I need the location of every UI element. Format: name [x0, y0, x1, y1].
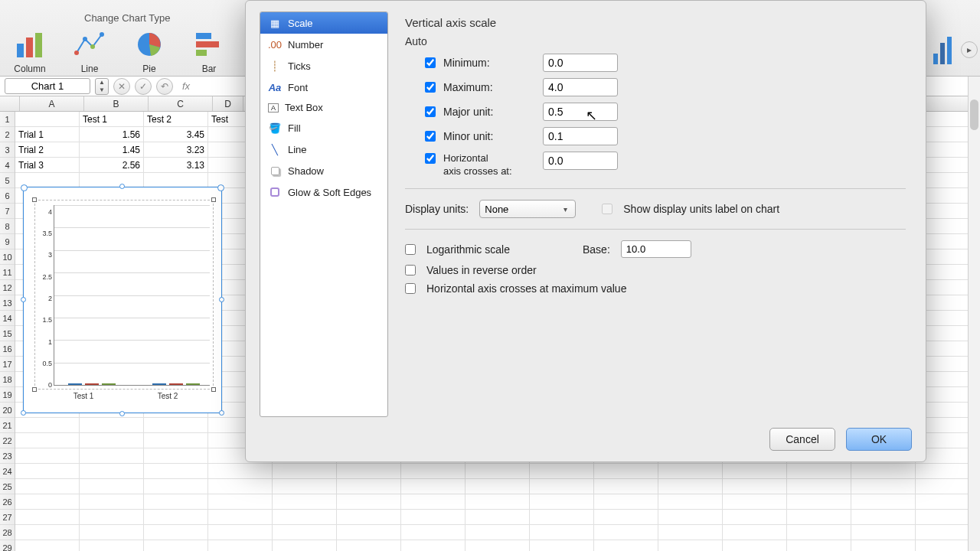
- checkbox-reverse-order[interactable]: [405, 265, 416, 276]
- field-minimum: Minimum:: [425, 54, 906, 72]
- fill-icon: 🪣: [268, 121, 282, 135]
- sidebar-item-font[interactable]: AaFont: [260, 77, 387, 98]
- svg-rect-1: [26, 37, 33, 57]
- sidebar-item-fill[interactable]: 🪣Fill: [260, 117, 387, 139]
- name-box[interactable]: Chart 1: [5, 78, 90, 94]
- number-icon: .00: [268, 37, 282, 51]
- line-chart-icon: [74, 28, 106, 60]
- dialog-panel: Vertical axis scale Auto Minimum: Maximu…: [399, 11, 912, 417]
- plot-area[interactable]: 00.511.522.533.54 Test 1Test 2: [34, 200, 214, 390]
- log-scale-row: Logarithmic scale Base:: [405, 240, 906, 258]
- sidebar-item-glow[interactable]: Glow & Soft Edges: [260, 181, 387, 203]
- checkbox-show-units-label: [602, 204, 612, 214]
- display-units-select[interactable]: None ▾: [479, 200, 576, 218]
- input-maximum[interactable]: [543, 78, 618, 96]
- dialog-sidebar: ▦Scale .00Number ┊Ticks AaFont AText Box…: [260, 11, 388, 417]
- svg-rect-2: [35, 33, 42, 57]
- chevron-up-down-icon: ▾: [560, 205, 570, 214]
- textbox-icon: A: [268, 103, 279, 112]
- reverse-row: Values in reverse order: [405, 264, 906, 276]
- y-axis: 00.511.522.533.54: [35, 201, 54, 389]
- format-axis-dialog: ▦Scale .00Number ┊Ticks AaFont AText Box…: [245, 0, 926, 462]
- ok-button[interactable]: OK: [846, 428, 912, 451]
- svg-point-6: [100, 32, 104, 37]
- pie-chart-icon: [133, 28, 165, 60]
- sidebar-item-ticks[interactable]: ┊Ticks: [260, 55, 387, 77]
- field-minor-unit: Minor unit:: [425, 127, 906, 145]
- input-axis-crosses[interactable]: [543, 152, 618, 170]
- column-chart-icon: [14, 28, 46, 60]
- checkbox-major-unit[interactable]: [425, 106, 436, 117]
- checkbox-minor-unit[interactable]: [425, 131, 436, 142]
- input-log-base[interactable]: [621, 240, 691, 258]
- expand-icon[interactable]: ▸: [961, 41, 978, 58]
- mini-column-icon[interactable]: [933, 35, 956, 64]
- ticks-icon: ┊: [268, 59, 282, 73]
- ribbon-bar[interactable]: Bar: [187, 28, 231, 74]
- ribbon-pie[interactable]: Pie: [127, 28, 172, 74]
- panel-title: Vertical axis scale: [405, 16, 906, 29]
- auto-label: Auto: [405, 35, 906, 47]
- embedded-chart[interactable]: 00.511.522.533.54 Test 1Test 2: [23, 187, 222, 413]
- svg-point-5: [90, 44, 95, 49]
- sidebar-item-shadow[interactable]: Shadow: [260, 160, 387, 181]
- display-units-row: Display units: None ▾ Show display units…: [405, 200, 906, 218]
- fx-label: fx: [182, 80, 190, 92]
- cancel-entry-icon[interactable]: ✕: [113, 78, 130, 95]
- cross-max-row: Horizontal axis crosses at maximum value: [405, 282, 906, 295]
- svg-rect-0: [17, 44, 24, 57]
- svg-point-4: [83, 37, 87, 41]
- bar-chart-icon: [193, 28, 225, 60]
- input-minimum[interactable]: [543, 54, 618, 72]
- input-minor-unit[interactable]: [543, 127, 618, 145]
- row-headers[interactable]: 1234567891011121314151617181920212223242…: [0, 112, 15, 551]
- input-major-unit[interactable]: [543, 103, 618, 121]
- sidebar-item-textbox[interactable]: AText Box: [260, 98, 387, 117]
- svg-rect-9: [196, 41, 219, 47]
- confirm-entry-icon[interactable]: ✓: [135, 78, 152, 95]
- cancel-button[interactable]: Cancel: [769, 428, 835, 451]
- name-box-stepper[interactable]: ▲▼: [95, 78, 109, 95]
- ribbon-column[interactable]: Column: [8, 28, 52, 74]
- font-icon: Aa: [268, 80, 282, 94]
- checkbox-minimum[interactable]: [425, 57, 436, 68]
- scale-icon: ▦: [268, 16, 282, 30]
- line-icon: ╲: [268, 142, 282, 156]
- checkbox-axis-crosses[interactable]: [425, 153, 436, 164]
- field-major-unit: Major unit:: [425, 103, 906, 121]
- field-maximum: Maximum:: [425, 78, 906, 96]
- shadow-icon: [268, 164, 282, 178]
- plot-canvas: Test 1Test 2: [54, 205, 210, 386]
- glow-icon: [268, 185, 282, 199]
- sidebar-item-line[interactable]: ╲Line: [260, 139, 387, 160]
- ribbon-line[interactable]: Line: [67, 28, 112, 74]
- sidebar-item-number[interactable]: .00Number: [260, 34, 387, 55]
- svg-rect-8: [196, 33, 211, 39]
- checkbox-log-scale[interactable]: [405, 244, 416, 255]
- ribbon-right: ▸: [931, 23, 980, 77]
- sidebar-item-scale[interactable]: ▦Scale: [260, 12, 387, 34]
- svg-rect-10: [196, 50, 207, 56]
- ribbon-group-title: Change Chart Type: [84, 12, 171, 24]
- field-axis-crosses: Horizontalaxis crosses at:: [425, 152, 906, 178]
- undo-icon[interactable]: ↶: [156, 78, 173, 95]
- checkbox-maximum[interactable]: [425, 82, 436, 93]
- checkbox-cross-max[interactable]: [405, 283, 416, 294]
- svg-point-3: [74, 51, 79, 55]
- vertical-scrollbar[interactable]: [968, 77, 980, 551]
